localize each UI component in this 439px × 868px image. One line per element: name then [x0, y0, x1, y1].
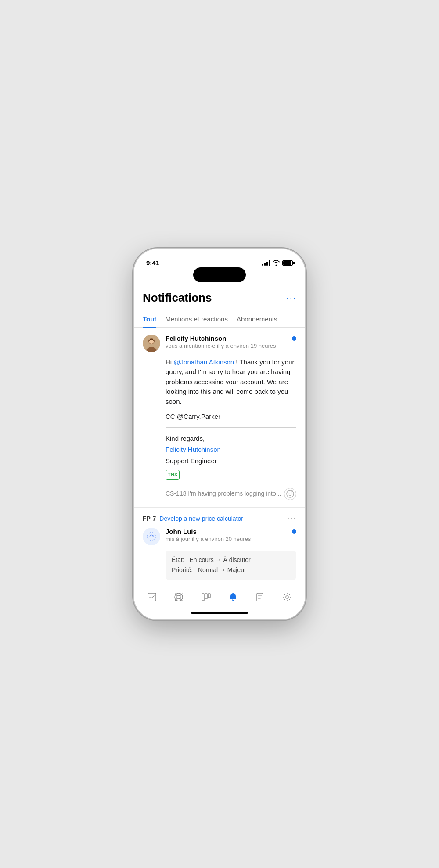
notif-meta-2: John Luis mis à jour il y a environ 20 h… [166, 528, 287, 542]
notification-item-2[interactable]: FP-7 Develop a new price calculator ··· … [134, 508, 305, 586]
notif-cc: CC @Carry.Parker [166, 412, 296, 422]
app-content: Notifications ··· Tout Mentions et réact… [134, 282, 305, 586]
tabs-bar: Tout Mentions et réactions Abonnements [134, 312, 305, 328]
tab-abonnements[interactable]: Abonnements [237, 312, 277, 327]
signal-bars-icon [262, 260, 270, 266]
nav-notifications[interactable] [225, 591, 241, 604]
battery-icon [282, 260, 293, 266]
section-id: FP-7 [143, 515, 156, 522]
section-more-button[interactable]: ··· [288, 515, 296, 522]
notif-mention[interactable]: @Jonathan Atkinson [173, 358, 234, 366]
bottom-nav [134, 586, 305, 606]
phone-frame: 9:41 [134, 249, 305, 619]
battery-fill [283, 261, 291, 265]
notif-ticket: CS-118 I'm having problems logging into.… [166, 488, 296, 500]
avatar-john [143, 528, 160, 545]
section-label-2: FP-7 Develop a new price calculator ··· [143, 515, 296, 522]
svg-rect-16 [205, 594, 207, 599]
nav-help[interactable] [170, 591, 187, 604]
notif-header-2: John Luis mis à jour il y a environ 20 h… [143, 528, 296, 545]
svg-point-5 [289, 493, 290, 493]
status-time: 9:41 [146, 259, 159, 267]
notif-message-intro: Hi [166, 358, 173, 366]
notif-meta-1: Felicity Hutchinson vous a mentionné·e i… [166, 335, 287, 349]
notif-time-1: vous a mentionné·e il y a environ 19 heu… [166, 342, 287, 349]
home-bar [191, 612, 248, 614]
notif-user-name-1: Felicity Hutchinson [166, 335, 287, 342]
avatar-felicity [143, 335, 160, 352]
svg-rect-17 [208, 594, 210, 598]
unread-dot-1 [292, 336, 296, 341]
nav-settings[interactable] [279, 591, 295, 604]
tnx-text: TNX [168, 471, 177, 479]
notif-divider [166, 427, 296, 428]
notif-user-name-2: John Luis [166, 528, 287, 535]
notif-body-1: Hi @Jonathan Atkinson ! Thank you for yo… [166, 357, 296, 500]
change-row-1: État: En cours → À discuter [172, 555, 290, 565]
notif-time-2: mis à jour il y a environ 20 heures [166, 536, 287, 542]
change-box: État: En cours → À discuter Priorité: No… [166, 551, 296, 580]
wifi-icon [273, 260, 280, 266]
nav-docs[interactable] [252, 591, 268, 604]
emoji-react-button[interactable] [284, 488, 296, 500]
dynamic-island [193, 267, 246, 282]
more-button[interactable]: ··· [286, 293, 296, 303]
app-header: Notifications ··· [134, 282, 305, 312]
ticket-label: CS-118 I'm having problems logging into.… [166, 489, 281, 498]
svg-point-6 [291, 493, 292, 493]
page-title: Notifications [143, 291, 212, 305]
home-indicator [134, 606, 305, 619]
svg-rect-15 [202, 594, 204, 601]
tnx-badge: TNX [166, 470, 180, 480]
screen: 9:41 [134, 249, 305, 619]
tab-tout[interactable]: Tout [143, 312, 156, 327]
status-icons [262, 260, 293, 266]
svg-point-22 [286, 596, 288, 598]
notif-header-1: Felicity Hutchinson vous a mentionné·e i… [143, 335, 296, 352]
svg-point-10 [177, 595, 180, 599]
notification-item-1[interactable]: Felicity Hutchinson vous a mentionné·e i… [134, 328, 305, 508]
nav-board[interactable] [198, 591, 214, 604]
notif-signature-name: Felicity Hutchinson [166, 444, 296, 455]
change-row-2: Priorité: Normal → Majeur [172, 565, 290, 576]
unread-dot-2 [292, 529, 296, 534]
svg-point-7 [148, 532, 155, 540]
notif-signature: Kind regards, Felicity Hutchinson Suppor… [166, 433, 296, 467]
tab-mentions[interactable]: Mentions et réactions [165, 312, 228, 327]
section-link[interactable]: Develop a new price calculator [159, 515, 243, 522]
svg-rect-8 [148, 593, 156, 601]
nav-tasks[interactable] [144, 591, 160, 604]
